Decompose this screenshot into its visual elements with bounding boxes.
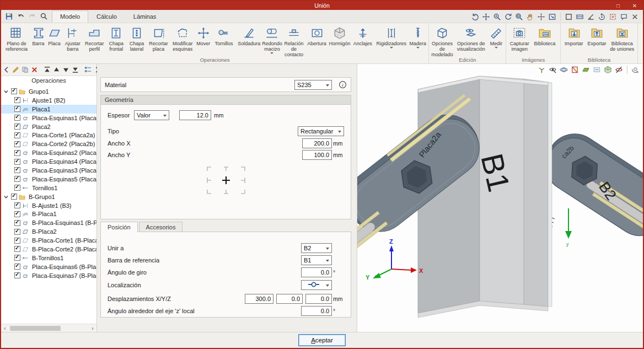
angulo-z-input[interactable]: [301, 306, 332, 316]
visibility-checkbox[interactable]: [14, 220, 20, 226]
hand-pan-icon[interactable]: [525, 12, 535, 22]
search-icon[interactable]: [39, 12, 49, 21]
beam-b1[interactable]: B1: [418, 76, 552, 318]
refresh-view-icon[interactable]: [503, 12, 513, 22]
chevron-down-icon[interactable]: [3, 89, 11, 94]
ribbon-button-opciones-de-visualizacion[interactable]: Opciones de visualización: [454, 24, 489, 52]
visibility-checkbox[interactable]: [14, 185, 20, 191]
visibility-checkbox[interactable]: [14, 115, 20, 121]
tree-item-b-ajuste1-b3[interactable]: B-Ajuste1 (B3): [1, 201, 96, 210]
tree-item-b-placa2[interactable]: B-Placa2: [1, 227, 96, 236]
rotate-3d-icon[interactable]: [631, 65, 640, 74]
tree-item-tornillos1[interactable]: Tornillos1: [1, 184, 96, 192]
ribbon-button-placa[interactable]: Placa: [46, 24, 62, 46]
visibility-checkbox[interactable]: [14, 167, 20, 173]
ribbon-button-biblioteca-de-uniones[interactable]: Biblioteca de uniones: [608, 24, 636, 52]
tree-item-placa-esquinas3-placa2b[interactable]: Placa-Esquinas3 (Placa2b): [1, 166, 96, 175]
tree-item-b-grupo1[interactable]: B-Grupo1: [1, 192, 96, 201]
tree-item-b-placa-esquinas1-b-placa1[interactable]: B-Placa-Esquinas1 (B-Placa1): [1, 218, 96, 227]
visibility-checkbox[interactable]: [14, 141, 20, 147]
visibility-checkbox[interactable]: [14, 176, 20, 182]
close-tool-icon[interactable]: [630, 12, 640, 22]
ribbon-button-opciones-de-modelado[interactable]: Opciones de modelado: [431, 24, 454, 57]
rotate-view-icon[interactable]: [470, 12, 480, 22]
ribbon-button-exportar[interactable]: Exportar: [586, 24, 609, 46]
comment-flag-icon[interactable]: [619, 12, 629, 22]
ribbon-button-mover[interactable]: Mover: [195, 24, 211, 46]
collapse-panel-icon[interactable]: [2, 65, 10, 74]
tab-laminas[interactable]: Láminas: [125, 10, 165, 23]
espesor-input[interactable]: [179, 110, 211, 120]
tab-accesorios[interactable]: Accesorios: [139, 222, 183, 232]
tree-item-b-placa-corte2-b-placa2b[interactable]: B-Placa-Corte2 (B-Placa2b): [1, 245, 96, 254]
tipo-select[interactable]: Rectangular: [298, 126, 344, 136]
desplazamiento-z-input[interactable]: [305, 294, 332, 304]
ribbon-button-capturar-imagen[interactable]: ciCapturar imagen: [508, 24, 531, 52]
connection-3d-scene[interactable]: ca2b B2 y B1: [357, 64, 643, 331]
accept-button[interactable]: Aceptar: [298, 334, 346, 346]
tree-item-placa-esquinas6-b-placa2a[interactable]: Placa-Esquinas6 (B-Placa2a): [1, 262, 96, 271]
visibility-checkbox[interactable]: [14, 272, 20, 278]
rotation-tool-icon[interactable]: [597, 12, 607, 22]
delete-icon[interactable]: [30, 65, 39, 74]
plate-view-icon[interactable]: [581, 65, 591, 74]
tree-item-placa-esquinas2-placa2b[interactable]: Placa-Esquinas2 (Placa2b): [1, 148, 96, 157]
ribbon-button-chapa-frontal[interactable]: Chapa frontal: [106, 24, 126, 52]
undo-icon[interactable]: [16, 12, 25, 21]
ribbon-button-ajustar-barra[interactable]: Ajustar barra: [62, 24, 83, 52]
visibility-checkbox[interactable]: [14, 132, 20, 138]
ancho-y-input[interactable]: [302, 150, 332, 160]
visibility-checkbox[interactable]: [14, 124, 20, 130]
visibility-checkbox[interactable]: [14, 97, 20, 103]
tree-item-placa-esquinas1-placa1[interactable]: Placa-Esquinas1 (Placa1): [1, 114, 96, 122]
material-select[interactable]: S235: [294, 80, 332, 90]
close-button[interactable]: ✕: [626, 1, 643, 10]
tree-item-placa-corte2-placa2b[interactable]: Placa-Corte2 (Placa2b): [1, 139, 96, 148]
move-down-icon[interactable]: [62, 65, 70, 74]
tree-item-grupo1[interactable]: Grupo1: [1, 87, 96, 96]
visibility-checkbox[interactable]: [14, 159, 20, 165]
visibility-checkbox[interactable]: [14, 264, 20, 270]
tree-item-ajuste1-b2[interactable]: Ajuste1 (B2): [1, 96, 96, 105]
ribbon-button-anclajes[interactable]: Anclajes: [351, 24, 374, 46]
tree-horizontal-scrollbar[interactable]: ‹ ›: [1, 324, 96, 332]
redo-icon[interactable]: [28, 12, 37, 21]
tree-item-b-placa-corte1-b-placa2a[interactable]: B-Placa-Corte1 (B-Placa2a): [1, 236, 96, 245]
visibility-checkbox[interactable]: [14, 106, 20, 112]
espesor-mode-select[interactable]: Valor: [134, 110, 169, 120]
ribbon-button-rigidizadores[interactable]: Rigidizadores: [374, 24, 409, 49]
desplazamiento-y-input[interactable]: [276, 294, 303, 304]
visibility-checkbox[interactable]: [14, 238, 20, 244]
dimension-style-icon[interactable]: [575, 12, 584, 22]
pan-view-icon[interactable]: [481, 12, 491, 22]
dimensions-view-icon[interactable]: [592, 65, 602, 74]
move-view-icon[interactable]: [536, 12, 546, 22]
ribbon-button-relacion-de-contacto[interactable]: Relación de contacto: [282, 24, 305, 57]
tree-item-placa-esquinas5-placa2a[interactable]: Placa-Esquinas5 (Placa2a): [1, 175, 96, 184]
hide-elements-icon[interactable]: [614, 65, 624, 74]
angulo-giro-input[interactable]: [301, 267, 332, 277]
ribbon-button-modificar-esquinas[interactable]: Modificar esquinas: [170, 24, 195, 52]
visibility-checkbox[interactable]: [14, 202, 20, 208]
tree-item-placa-corte1-placa2a[interactable]: Placa-Corte1 (Placa2a): [1, 131, 96, 139]
tree-item-placa1[interactable]: Placa1: [1, 105, 96, 114]
ribbon-button-hormigon[interactable]: Hormigón: [328, 24, 351, 46]
zoom-window-icon[interactable]: [514, 12, 524, 22]
view-cursor-icon[interactable]: [548, 65, 557, 74]
desplazamiento-x-input[interactable]: [245, 294, 273, 304]
ribbon-button-recortar-perfil[interactable]: Recortar perfil: [83, 24, 106, 52]
tree-item-b-tornillos1[interactable]: B-Tornillos1: [1, 254, 96, 262]
fit-view-icon[interactable]: [548, 12, 557, 22]
tree-item-placa-esquinas7-b-placa2b[interactable]: Placa-Esquinas7 (B-Placa2b): [1, 271, 96, 280]
ancho-x-input[interactable]: [302, 138, 332, 148]
wireframe-box-icon[interactable]: [564, 12, 573, 22]
solid-view-icon[interactable]: [603, 65, 613, 74]
ribbon-button-barra[interactable]: Barra: [30, 24, 46, 46]
tab-posicion[interactable]: Posición: [100, 222, 138, 232]
tab-modelo[interactable]: Modelo: [52, 10, 88, 23]
group-view-icon[interactable]: [84, 65, 92, 74]
ribbon-button-abertura[interactable]: Abertura: [305, 24, 329, 46]
ribbon-button-biblioteca[interactable]: Biblioteca: [531, 24, 559, 46]
tree-item-b-placa1[interactable]: B-Placa1: [1, 210, 96, 218]
ribbon-button-tornillos[interactable]: Tornillos: [211, 24, 237, 46]
